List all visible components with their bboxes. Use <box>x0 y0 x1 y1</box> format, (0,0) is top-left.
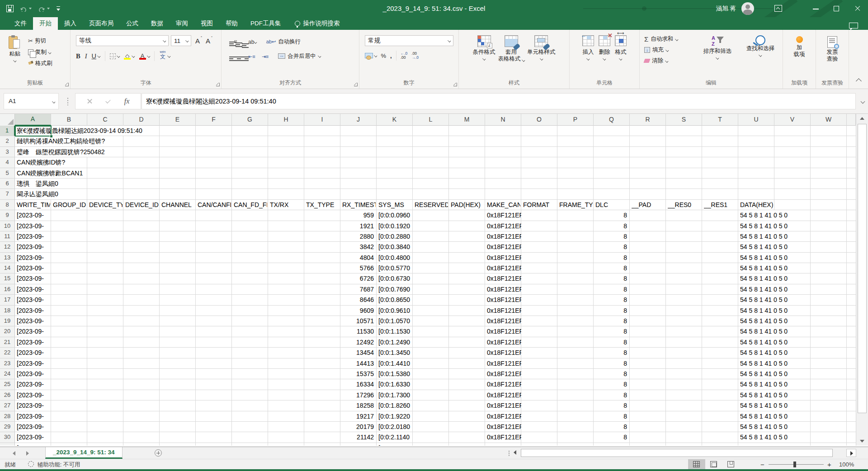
cell[interactable]: 54 5 8 1 41 0 5 0 <box>740 348 789 358</box>
number-dialog-launcher-icon[interactable] <box>453 83 457 86</box>
cell[interactable]: FORMAT <box>523 200 557 210</box>
increase-font-button[interactable]: Aˆ <box>193 37 202 45</box>
fill-color-button[interactable]: ◇ <box>124 52 135 60</box>
borders-button[interactable] <box>110 53 120 59</box>
cell[interactable]: 8 <box>594 348 627 358</box>
cell[interactable]: [0:0:0.3840 <box>378 242 413 252</box>
select-all-corner[interactable] <box>0 114 15 126</box>
grid-row-2[interactable]: 鏈哄构浠祼AN鍨工构鎬绘暟锛? <box>15 136 856 146</box>
cell[interactable]: [0:0:0.0960 <box>378 210 413 220</box>
vertical-scroll-thumb[interactable] <box>858 124 867 413</box>
cell[interactable]: [2023-09- <box>17 379 50 389</box>
zoom-in-button[interactable]: + <box>827 461 831 468</box>
formula-bar-grip[interactable] <box>67 97 69 105</box>
cell[interactable]: [0:0:0.8650 <box>378 295 413 305</box>
row-header-25[interactable]: 25 <box>0 379 15 390</box>
cell[interactable]: 8 <box>594 358 627 368</box>
cell[interactable]: 2880 <box>340 231 374 241</box>
grid-row-10[interactable]: [2023-09-1921[0:0:0.19200x18F121EF854 5 … <box>15 221 856 231</box>
cell[interactable]: 0x18F121EF <box>487 295 521 305</box>
row-header-6[interactable]: 6 <box>0 179 15 189</box>
cell[interactable]: [0:0:2.1140 <box>378 432 413 442</box>
row-header-28[interactable]: 28 <box>0 411 15 422</box>
row-header-29[interactable]: 29 <box>0 422 15 432</box>
row-header-5[interactable]: 5 <box>0 168 15 179</box>
cell[interactable]: 0x18F121EF <box>487 316 521 326</box>
column-header-C[interactable]: C <box>87 114 123 126</box>
cell[interactable]: 54 5 8 1 41 0 5 0 <box>740 358 789 368</box>
cell[interactable]: 8 <box>594 284 627 294</box>
grid-row-1[interactable]: 寮€濮嬫祴璇曟椂闂达細2023-09-14 09:51:40 <box>15 126 856 136</box>
number-format-select[interactable]: 常规 <box>365 35 453 46</box>
close-button[interactable] <box>847 0 868 17</box>
row-header-19[interactable]: 19 <box>0 316 15 326</box>
cell[interactable]: 4804 <box>340 253 374 263</box>
cell[interactable]: 8 <box>594 326 627 336</box>
increase-decimal-button[interactable]: ←.0.00 <box>401 52 408 60</box>
cell[interactable]: 8 <box>594 316 627 326</box>
cell[interactable]: [0:0:1.3450 <box>378 348 413 358</box>
tab-审阅[interactable]: 审阅 <box>170 17 194 30</box>
row-header-7[interactable]: 7 <box>0 189 15 199</box>
cell[interactable]: TX_TYPE <box>306 200 340 210</box>
grid-row-14[interactable]: [2023-09-5766[0:0:0.57700x18F121EF854 5 … <box>15 263 856 273</box>
tab-file[interactable]: 文件 <box>8 17 33 30</box>
cell[interactable]: 54 5 8 1 41 0 5 0 <box>740 326 789 336</box>
phonetic-button[interactable]: wén文 <box>159 52 170 60</box>
cell[interactable]: 54 5 8 1 41 0 5 0 <box>740 295 789 305</box>
cell[interactable]: 0x18F121EF <box>487 306 521 316</box>
row-header-3[interactable]: 3 <box>0 147 15 157</box>
column-header-T[interactable]: T <box>702 114 738 126</box>
next-sheet-icon[interactable] <box>26 451 29 456</box>
cell[interactable]: [0:0:0.5770 <box>378 263 413 273</box>
cell[interactable]: [2023-09- <box>17 221 50 231</box>
cell[interactable]: [0:0:0.1920 <box>378 221 413 231</box>
column-header-D[interactable]: D <box>123 114 160 126</box>
row-header-9[interactable]: 9 <box>0 210 15 221</box>
cell[interactable]: DLC <box>595 200 629 210</box>
cell[interactable]: 0x18F121EF <box>487 348 521 358</box>
cell[interactable]: 5766 <box>340 263 374 273</box>
format-painter-button[interactable]: 格式刷 <box>28 60 52 67</box>
cell[interactable]: [0:0:2.0180 <box>378 422 413 432</box>
avatar[interactable] <box>741 2 754 15</box>
row-header-1[interactable]: 1 <box>0 126 15 136</box>
row-header-18[interactable]: 18 <box>0 306 15 316</box>
row-header-22[interactable]: 22 <box>0 348 15 358</box>
cell[interactable]: 璁惧 鍙凤細0 <box>17 179 60 188</box>
underline-dropdown-icon[interactable] <box>97 55 100 58</box>
grid-row-8[interactable]: WRITE_TIMEGROUP_IDDEVICE_TYPEDEVICE_IDCH… <box>15 200 856 210</box>
align-top-button[interactable] <box>228 40 231 43</box>
tab-公式[interactable]: 公式 <box>120 17 145 30</box>
horizontal-scrollbar[interactable] <box>514 448 856 457</box>
cells-area[interactable]: 寮€濮嬫祴璇曟椂闂达細2023-09-14 09:51:40鏈哄构浠祼AN鍨工构… <box>15 126 856 446</box>
column-header-F[interactable]: F <box>196 114 232 126</box>
row-header-2[interactable]: 2 <box>0 136 15 146</box>
cell[interactable]: 11530 <box>340 326 374 336</box>
grid-row-11[interactable]: [2023-09-2880[0:0:0.28800x18F121EF854 5 … <box>15 231 856 242</box>
font-color-button[interactable]: A <box>139 52 150 60</box>
cell[interactable]: [0:0:1.1530 <box>378 326 413 336</box>
cell[interactable]: 54 5 8 1 41 0 5 0 <box>740 369 789 379</box>
cell[interactable]: 12492 <box>340 337 374 347</box>
cell[interactable]: __PAD <box>632 200 665 210</box>
cell[interactable]: 22100 <box>340 443 374 446</box>
cell[interactable]: 8 <box>594 390 627 400</box>
cell[interactable]: [2023-09- <box>17 400 50 410</box>
cell[interactable]: FRAME_TYPE <box>559 200 593 210</box>
grid-row-18[interactable]: [2023-09-9609[0:0:0.96100x18F121EF854 5 … <box>15 306 856 316</box>
cell[interactable]: RESERVED <box>415 200 448 210</box>
cell[interactable]: 54 5 8 1 41 0 5 0 <box>740 411 789 421</box>
accounting-format-button[interactable] <box>365 53 377 58</box>
cell[interactable]: GROUP_ID <box>53 200 86 210</box>
autosum-button[interactable]: Σ自动求和 <box>644 35 678 43</box>
orientation-button[interactable]: ab <box>247 36 258 47</box>
zoom-out-button[interactable]: − <box>760 461 764 468</box>
cell[interactable]: [0:0:1.9220 <box>378 411 413 421</box>
underline-button[interactable]: U <box>92 52 100 60</box>
cell[interactable]: [2023-09- <box>17 358 50 368</box>
grid-row-17[interactable]: [2023-09-8646[0:0:0.86500x18F121EF854 5 … <box>15 295 856 305</box>
decrease-decimal-button[interactable]: .00→.0 <box>411 52 419 60</box>
column-header-partial[interactable] <box>847 114 856 126</box>
cell[interactable]: 8 <box>594 443 627 446</box>
